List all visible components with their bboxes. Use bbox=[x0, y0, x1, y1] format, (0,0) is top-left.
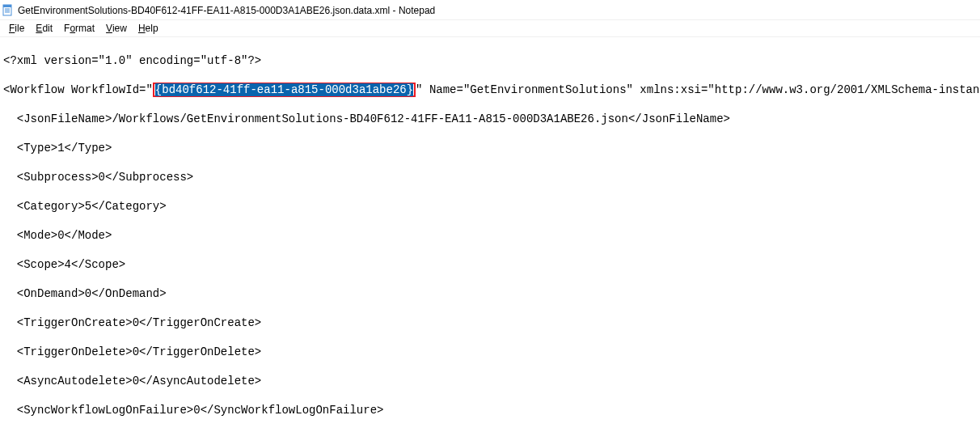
editor-line: <Scope>4</Scope> bbox=[3, 257, 977, 272]
editor-line: <AsyncAutodelete>0</AsyncAutodelete> bbox=[3, 374, 977, 388]
text-editor[interactable]: <?xml version="1.0" encoding="utf-8"?> <… bbox=[0, 37, 980, 432]
selection-highlight: {bd40f612-41ff-ea11-a815-000d3a1abe26} bbox=[153, 83, 416, 97]
editor-line: <Subprocess>0</Subprocess> bbox=[3, 170, 977, 184]
menubar: File Edit Format View Help bbox=[0, 20, 980, 37]
selected-text: } bbox=[407, 83, 413, 96]
editor-line: <TriggerOnCreate>0</TriggerOnCreate> bbox=[3, 316, 977, 330]
editor-line: <Category>5</Category> bbox=[3, 199, 977, 214]
text: " Name="GetEnvironmentSolutions" xmlns:x… bbox=[416, 83, 980, 96]
text: <Workflow WorkflowId=" bbox=[3, 83, 153, 96]
editor-line: <Workflow WorkflowId="{bd40f612-41ff-ea1… bbox=[3, 83, 977, 97]
editor-line: <Type>1</Type> bbox=[3, 141, 977, 155]
svg-rect-1 bbox=[3, 5, 11, 7]
window-titlebar: GetEnvironmentSolutions-BD40F612-41FF-EA… bbox=[0, 0, 980, 20]
editor-line: <TriggerOnDelete>0</TriggerOnDelete> bbox=[3, 345, 977, 359]
window-title: GetEnvironmentSolutions-BD40F612-41FF-EA… bbox=[18, 5, 435, 16]
menu-file[interactable]: File bbox=[3, 22, 30, 35]
notepad-icon bbox=[2, 4, 15, 17]
menu-format[interactable]: Format bbox=[58, 22, 100, 35]
selected-text: { bbox=[155, 83, 162, 96]
editor-line: <?xml version="1.0" encoding="utf-8"?> bbox=[3, 53, 977, 68]
editor-line: <SyncWorkflowLogOnFailure>0</SyncWorkflo… bbox=[3, 403, 977, 417]
menu-help[interactable]: Help bbox=[133, 22, 164, 35]
menu-edit[interactable]: Edit bbox=[30, 22, 58, 35]
menu-view[interactable]: View bbox=[100, 22, 133, 35]
selected-text: bd40f612-41ff-ea11-a815-000d3a1abe26 bbox=[162, 83, 406, 96]
editor-line: <OnDemand>0</OnDemand> bbox=[3, 286, 977, 301]
editor-line: <JsonFileName>/Workflows/GetEnvironmentS… bbox=[3, 112, 977, 126]
editor-line: <Mode>0</Mode> bbox=[3, 228, 977, 243]
